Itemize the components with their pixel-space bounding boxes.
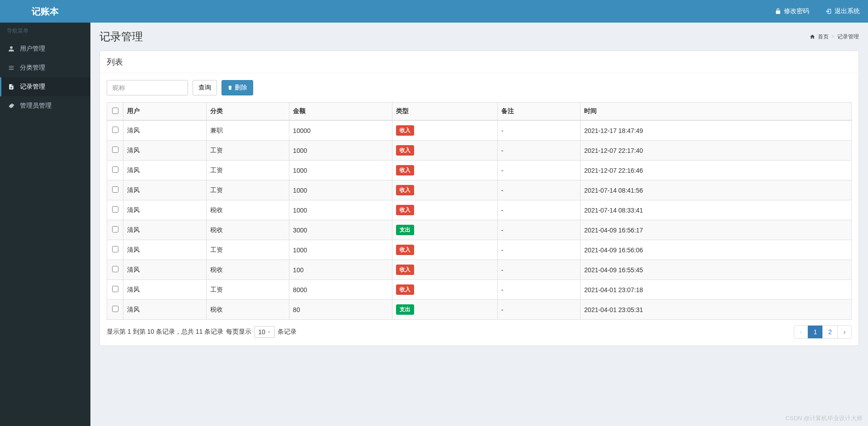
table-row[interactable]: 清风工资1000收入-2021-12-07 22:16:46 bbox=[107, 161, 852, 180]
row-checkbox[interactable] bbox=[112, 286, 118, 292]
cell-time: 2021-04-09 16:56:17 bbox=[580, 220, 852, 240]
toolbar: 查询 删除 bbox=[107, 80, 852, 95]
cell-category: 税收 bbox=[206, 200, 289, 220]
cell-check bbox=[107, 220, 123, 240]
delete-button[interactable]: 删除 bbox=[222, 80, 253, 95]
logout-link[interactable]: 退出系统 bbox=[817, 0, 868, 23]
table-row[interactable]: 清风兼职10000收入-2021-12-17 18:47:49 bbox=[107, 120, 852, 141]
table-row[interactable]: 清风工资1000收入-2021-12-07 22:17:40 bbox=[107, 141, 852, 161]
table-row[interactable]: 清风工资8000收入-2021-04-01 23:07:18 bbox=[107, 280, 852, 300]
cell-remark: - bbox=[497, 120, 580, 141]
cell-time: 2021-04-09 16:56:06 bbox=[580, 240, 852, 260]
cell-remark: - bbox=[497, 220, 580, 240]
row-checkbox[interactable] bbox=[112, 206, 118, 213]
page-info: 显示第 1 到第 10 条记录，总共 11 条记录 每页显示 10 条记录 bbox=[107, 326, 297, 338]
delete-label: 删除 bbox=[235, 84, 247, 92]
cell-time: 2021-04-01 23:07:18 bbox=[580, 280, 852, 300]
query-button[interactable]: 查询 bbox=[193, 80, 217, 95]
row-checkbox[interactable] bbox=[112, 226, 118, 232]
row-checkbox[interactable] bbox=[112, 306, 118, 312]
records-table: 用户 分类 金额 类型 备注 时间 清风兼职10000收入-2021-12-17… bbox=[107, 102, 852, 320]
sidebar-header: 导航菜单 bbox=[0, 23, 90, 39]
cell-category: 税收 bbox=[206, 220, 289, 240]
page-number[interactable]: 1 bbox=[808, 326, 823, 338]
table-row[interactable]: 清风税收80支出-2021-04-01 23:05:31 bbox=[107, 300, 852, 320]
cell-check bbox=[107, 161, 123, 180]
type-badge: 收入 bbox=[396, 145, 414, 156]
page-next[interactable]: › bbox=[838, 326, 851, 338]
sidebar-item-admins[interactable]: 管理员管理 bbox=[0, 96, 90, 115]
cell-remark: - bbox=[497, 280, 580, 300]
sidebar-item-users[interactable]: 用户管理 bbox=[0, 39, 90, 58]
cell-user: 清风 bbox=[123, 220, 207, 240]
page-info-text: 显示第 1 到第 10 条记录，总共 11 条记录 bbox=[107, 328, 223, 336]
search-input[interactable] bbox=[107, 80, 188, 95]
cell-check bbox=[107, 120, 123, 141]
list-panel: 列表 查询 删除 bbox=[99, 51, 859, 346]
sidebar-item-records[interactable]: 记录管理 bbox=[0, 77, 90, 96]
cell-user: 清风 bbox=[123, 180, 207, 200]
cell-type: 收入 bbox=[392, 180, 498, 200]
cell-remark: - bbox=[497, 161, 580, 180]
type-badge: 收入 bbox=[396, 205, 414, 215]
table-row[interactable]: 清风工资1000收入-2021-04-09 16:56:06 bbox=[107, 240, 852, 260]
col-amount[interactable]: 金额 bbox=[289, 103, 392, 121]
breadcrumb-home[interactable]: 首页 bbox=[818, 33, 829, 41]
cell-amount: 1000 bbox=[289, 180, 392, 200]
cell-amount: 10000 bbox=[289, 120, 392, 141]
breadcrumb-current: 记录管理 bbox=[837, 33, 859, 41]
breadcrumb: 首页 > 记录管理 bbox=[810, 33, 859, 41]
cell-type: 收入 bbox=[392, 240, 498, 260]
cell-category: 工资 bbox=[206, 180, 289, 200]
page-size-select[interactable]: 10 bbox=[254, 326, 275, 338]
type-badge: 支出 bbox=[396, 304, 414, 315]
col-type[interactable]: 类型 bbox=[392, 103, 498, 121]
row-checkbox[interactable] bbox=[112, 186, 118, 193]
col-user[interactable]: 用户 bbox=[123, 103, 207, 121]
col-remark[interactable]: 备注 bbox=[497, 103, 580, 121]
sidebar-item-categories[interactable]: 分类管理 bbox=[0, 58, 90, 77]
cell-time: 2021-12-07 22:16:46 bbox=[580, 161, 852, 180]
cell-user: 清风 bbox=[123, 161, 207, 180]
row-checkbox[interactable] bbox=[112, 266, 118, 272]
cell-amount: 1000 bbox=[289, 200, 392, 220]
cell-check bbox=[107, 240, 123, 260]
table-row[interactable]: 清风工资1000收入-2021-07-14 08:41:56 bbox=[107, 180, 852, 200]
page-number[interactable]: 2 bbox=[823, 326, 838, 338]
cell-amount: 80 bbox=[289, 300, 392, 320]
type-badge: 支出 bbox=[396, 225, 414, 235]
app-logo[interactable]: 记账本 bbox=[0, 0, 90, 23]
table-row[interactable]: 清风税收3000支出-2021-04-09 16:56:17 bbox=[107, 220, 852, 240]
row-checkbox[interactable] bbox=[112, 127, 118, 133]
caret-up-icon bbox=[267, 330, 271, 334]
type-badge: 收入 bbox=[396, 165, 414, 175]
cell-remark: - bbox=[497, 240, 580, 260]
cell-remark: - bbox=[497, 180, 580, 200]
cell-user: 清风 bbox=[123, 300, 207, 320]
cell-type: 支出 bbox=[392, 300, 498, 320]
row-checkbox[interactable] bbox=[112, 147, 118, 153]
cell-time: 2021-07-14 08:33:41 bbox=[580, 200, 852, 220]
cell-user: 清风 bbox=[123, 200, 207, 220]
cell-amount: 1000 bbox=[289, 161, 392, 180]
row-checkbox[interactable] bbox=[112, 166, 118, 173]
page-prev[interactable]: ‹ bbox=[794, 326, 808, 338]
sidebar-item-label: 管理员管理 bbox=[20, 102, 52, 110]
row-checkbox[interactable] bbox=[112, 246, 118, 252]
cell-check bbox=[107, 280, 123, 300]
cell-time: 2021-12-17 18:47:49 bbox=[580, 120, 852, 141]
col-time[interactable]: 时间 bbox=[580, 103, 852, 121]
change-password-link[interactable]: 修改密码 bbox=[767, 0, 817, 23]
select-all-checkbox[interactable] bbox=[112, 108, 118, 114]
col-category[interactable]: 分类 bbox=[206, 103, 289, 121]
cell-type: 支出 bbox=[392, 220, 498, 240]
cell-amount: 8000 bbox=[289, 280, 392, 300]
table-row[interactable]: 清风税收100收入-2021-04-09 16:55:45 bbox=[107, 260, 852, 280]
per-page-prefix: 每页显示 bbox=[226, 328, 251, 336]
table-row[interactable]: 清风税收1000收入-2021-07-14 08:33:41 bbox=[107, 200, 852, 220]
file-icon bbox=[8, 84, 15, 90]
user-icon bbox=[8, 46, 15, 52]
cell-check bbox=[107, 200, 123, 220]
cell-category: 工资 bbox=[206, 161, 289, 180]
cell-time: 2021-07-14 08:41:56 bbox=[580, 180, 852, 200]
